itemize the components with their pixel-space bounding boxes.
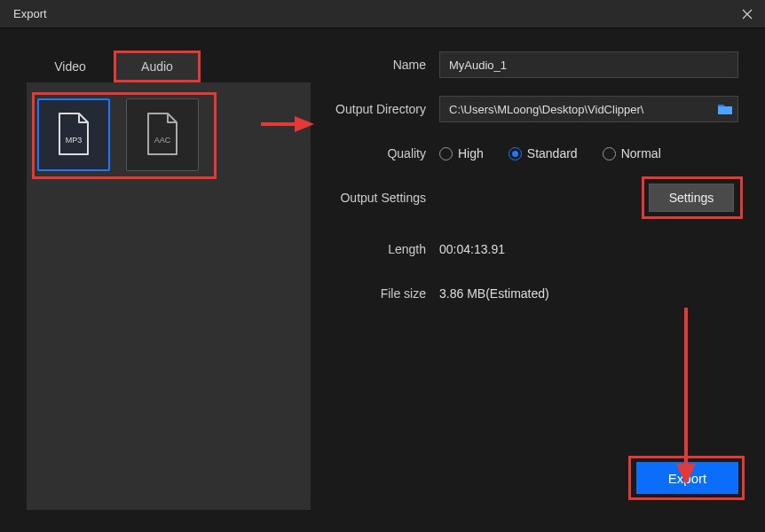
quality-normal-label: Normal <box>621 146 661 160</box>
right-panel: Name Output Directory Quality <box>319 51 738 510</box>
radio-icon <box>439 147 453 160</box>
tab-audio[interactable]: Audio <box>114 51 201 82</box>
titlebar: Export <box>0 0 765 28</box>
quality-row: Quality High Standard Normal <box>328 139 738 168</box>
length-value: 00:04:13.91 <box>439 242 505 256</box>
window-title: Export <box>13 7 47 20</box>
output-settings-label: Output Settings <box>328 191 439 205</box>
tabs: Video Audio <box>27 51 311 82</box>
length-label: Length <box>328 242 439 256</box>
file-aac-icon: AAC <box>143 112 182 158</box>
main-content: Video Audio MP3 AAC <box>0 28 765 532</box>
format-area: MP3 AAC <box>27 82 311 510</box>
quality-radio-group: High Standard Normal <box>439 146 661 160</box>
quality-high-label: High <box>458 146 484 160</box>
svg-text:AAC: AAC <box>154 136 171 145</box>
quality-high[interactable]: High <box>439 146 484 160</box>
format-aac[interactable]: AAC <box>126 98 199 171</box>
filesize-label: File size <box>328 286 439 301</box>
close-icon <box>742 9 753 20</box>
radio-icon <box>603 147 616 160</box>
svg-text:MP3: MP3 <box>66 136 83 145</box>
quality-label: Quality <box>328 146 439 160</box>
output-settings-row: Output Settings Settings <box>328 184 738 212</box>
outdir-label: Output Directory <box>328 102 439 116</box>
quality-normal[interactable]: Normal <box>603 146 661 160</box>
left-panel: Video Audio MP3 AAC <box>27 51 311 510</box>
tab-video[interactable]: Video <box>27 51 114 82</box>
radio-icon <box>509 147 522 160</box>
file-mp3-icon: MP3 <box>54 112 93 158</box>
outdir-input[interactable] <box>439 96 712 122</box>
quality-standard-label: Standard <box>527 146 578 160</box>
outdir-row: Output Directory <box>328 95 738 123</box>
name-label: Name <box>328 58 439 72</box>
settings-button[interactable]: Settings <box>649 184 734 212</box>
name-input[interactable] <box>439 51 738 78</box>
format-mp3[interactable]: MP3 <box>37 98 110 171</box>
svg-rect-2 <box>718 106 732 114</box>
filesize-row: File size 3.86 MB(Estimated) <box>328 279 738 308</box>
folder-icon <box>717 103 733 115</box>
length-row: Length 00:04:13.91 <box>328 235 738 263</box>
arrow-down-icon <box>673 308 699 485</box>
filesize-value: 3.86 MB(Estimated) <box>439 286 549 301</box>
export-button[interactable]: Export <box>636 462 738 494</box>
name-row: Name <box>328 51 738 79</box>
close-button[interactable] <box>738 5 756 23</box>
browse-folder-button[interactable] <box>712 96 738 122</box>
quality-standard[interactable]: Standard <box>509 146 578 160</box>
